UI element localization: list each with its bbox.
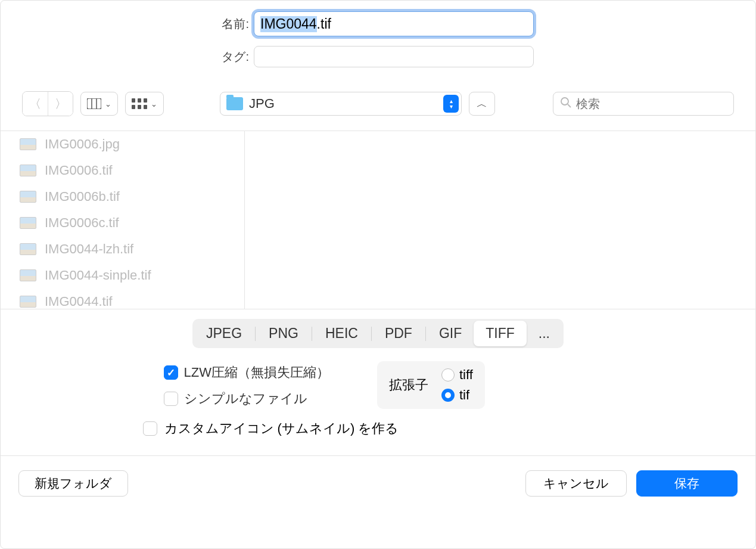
format-heic[interactable]: HEIC — [313, 321, 370, 346]
preview-column — [245, 131, 755, 309]
grid-icon — [132, 98, 147, 109]
forward-button[interactable]: 〉 — [48, 92, 73, 116]
format-png[interactable]: PNG — [257, 321, 310, 346]
svg-rect-7 — [138, 105, 141, 109]
file-column[interactable]: IMG0006.jpgIMG0006.tifIMG0006b.tifIMG000… — [1, 131, 245, 309]
custom-icon-label: カスタムアイコン (サムネイル) を作る — [164, 420, 399, 438]
view-columns-button[interactable]: ⌄ — [80, 92, 118, 116]
format-pdf[interactable]: PDF — [373, 321, 424, 346]
format-tiff[interactable]: TIFF — [474, 321, 527, 346]
image-thumbnail-icon — [20, 191, 36, 203]
file-name: IMG0044.tif — [45, 294, 113, 309]
search-input[interactable] — [576, 97, 727, 111]
format-gif[interactable]: GIF — [427, 321, 474, 346]
extension-box: 拡張子 tiff tif — [377, 361, 485, 409]
file-name: IMG0044-sinple.tif — [45, 268, 151, 283]
svg-rect-0 — [87, 98, 101, 109]
folder-name: JPG — [249, 96, 437, 111]
file-row[interactable]: IMG0044.tif — [1, 289, 244, 309]
svg-rect-5 — [144, 98, 147, 103]
radio-checked-icon — [441, 389, 455, 402]
chevron-down-icon: ⌄ — [105, 100, 111, 108]
filename-input[interactable] — [254, 11, 534, 36]
image-thumbnail-icon — [20, 138, 36, 150]
svg-rect-8 — [144, 105, 147, 109]
checkbox-icon — [143, 421, 157, 436]
svg-rect-4 — [138, 98, 141, 103]
cancel-button[interactable]: キャンセル — [525, 470, 627, 497]
lzw-checkbox-row[interactable]: LZW圧縮（無損失圧縮） — [164, 364, 329, 381]
save-dialog: 名前: タグ: 〈 〉 ⌄ ⌄ — [0, 0, 756, 549]
ext-radio-tif[interactable]: tif — [441, 387, 473, 403]
extension-label: 拡張子 — [389, 376, 428, 394]
tags-input[interactable] — [254, 46, 534, 67]
file-name: IMG0006c.tif — [45, 215, 119, 231]
columns-icon — [87, 98, 101, 109]
updown-icon: ▴▾ — [443, 95, 459, 113]
file-row[interactable]: IMG0044-lzh.tif — [1, 236, 244, 262]
file-row[interactable]: IMG0006.jpg — [1, 131, 244, 157]
top-form: 名前: タグ: — [1, 1, 755, 91]
file-row[interactable]: IMG0006.tif — [1, 157, 244, 184]
format-options: JPEG PNG HEIC PDF GIF TIFF ... LZW圧縮（無損失… — [1, 309, 755, 455]
image-thumbnail-icon — [20, 243, 36, 255]
custom-icon-checkbox-row[interactable]: カスタムアイコン (サムネイル) を作る — [143, 420, 572, 438]
simple-checkbox-row[interactable]: シンプルなファイル — [164, 390, 329, 408]
name-label: 名前: — [18, 16, 254, 32]
image-thumbnail-icon — [20, 269, 36, 281]
file-name: IMG0006.tif — [45, 163, 113, 178]
format-jpeg[interactable]: JPEG — [194, 321, 254, 346]
svg-rect-3 — [132, 98, 135, 103]
chevron-right-icon: 〉 — [55, 96, 67, 112]
simple-label: シンプルなファイル — [184, 390, 307, 408]
search-icon — [561, 97, 571, 111]
save-button[interactable]: 保存 — [636, 470, 738, 497]
image-thumbnail-icon — [20, 217, 36, 229]
back-button[interactable]: 〈 — [23, 92, 48, 116]
ext-radio-tiff[interactable]: tiff — [441, 367, 473, 383]
new-folder-button[interactable]: 新規フォルダ — [18, 470, 128, 497]
chevron-up-icon: ︿ — [477, 97, 487, 111]
toolbar: 〈 〉 ⌄ ⌄ JPG ▴▾ ︿ — [1, 91, 755, 131]
view-group-button[interactable]: ⌄ — [125, 92, 164, 116]
file-row[interactable]: IMG0006c.tif — [1, 210, 244, 236]
lzw-label: LZW圧縮（無損失圧縮） — [184, 364, 329, 381]
checkbox-checked-icon — [164, 365, 178, 380]
format-more[interactable]: ... — [527, 321, 562, 346]
bottom-bar: 新規フォルダ キャンセル 保存 — [1, 455, 755, 511]
image-thumbnail-icon — [20, 296, 36, 308]
tags-label: タグ: — [18, 49, 254, 65]
file-row[interactable]: IMG0006b.tif — [1, 184, 244, 210]
chevron-down-icon: ⌄ — [151, 100, 157, 108]
collapse-button[interactable]: ︿ — [469, 92, 495, 116]
svg-line-10 — [568, 104, 571, 107]
search-box[interactable] — [553, 92, 734, 116]
file-name: IMG0006b.tif — [45, 189, 120, 204]
checkbox-icon — [164, 392, 178, 406]
radio-icon — [441, 368, 455, 381]
file-row[interactable]: IMG0044-sinple.tif — [1, 262, 244, 289]
file-browser: IMG0006.jpgIMG0006.tifIMG0006b.tifIMG000… — [1, 131, 755, 309]
format-segmented: JPEG PNG HEIC PDF GIF TIFF ... — [192, 319, 564, 348]
chevron-left-icon: 〈 — [29, 96, 41, 112]
folder-icon — [226, 97, 243, 110]
svg-rect-6 — [132, 105, 135, 109]
file-name: IMG0006.jpg — [45, 137, 120, 152]
image-thumbnail-icon — [20, 165, 36, 176]
folder-popup[interactable]: JPG ▴▾ — [220, 92, 462, 116]
svg-point-9 — [561, 98, 568, 105]
file-name: IMG0044-lzh.tif — [45, 241, 133, 257]
